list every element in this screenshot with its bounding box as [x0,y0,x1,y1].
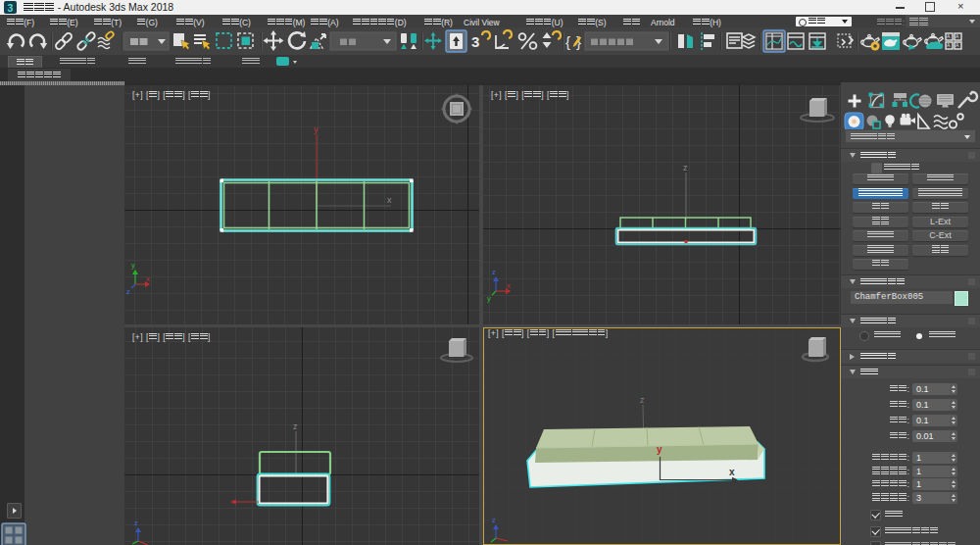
svg-text:{: { [565,33,570,50]
svg-text:A: A [956,33,959,39]
svg-text:x: x [146,274,150,283]
svg-text:3: 3 [471,33,479,50]
svg-text:y: y [657,444,662,455]
svg-text:A: A [947,42,951,48]
svg-text:z: z [492,516,496,524]
svg-text:y: y [131,261,135,270]
svg-text:y: y [314,124,318,134]
svg-text:x: x [729,467,735,477]
svg-text:z: z [640,395,645,405]
svg-text:x: x [507,281,511,290]
svg-text:z: z [134,519,138,527]
svg-text:y: y [487,294,491,303]
svg-text:z: z [683,163,688,173]
svg-text:A: A [956,42,959,48]
svg-text:z: z [126,287,130,296]
svg-text:z: z [492,268,496,276]
svg-text:x: x [387,195,392,205]
svg-text:A: A [947,33,951,39]
svg-text:z: z [293,421,298,431]
